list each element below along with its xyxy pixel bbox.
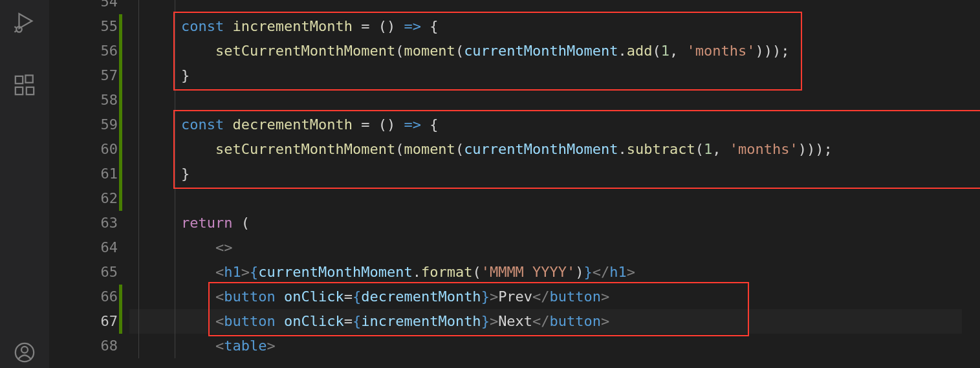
line-number: 55 [49,14,118,39]
code-line[interactable]: return ( [129,211,980,235]
code-line[interactable] [129,186,980,211]
line-number: 54 [49,0,118,14]
svg-rect-7 [25,75,32,82]
code-area[interactable]: const incrementMonth = () => { setCurren… [129,0,980,358]
svg-rect-5 [16,87,23,94]
accounts-icon[interactable] [9,337,40,368]
line-number: 57 [49,63,118,88]
line-number: 62 [49,186,118,211]
minimap[interactable] [962,0,980,368]
line-number: 68 [49,334,118,358]
run-and-debug-icon[interactable] [9,6,40,38]
code-line[interactable]: <button onClick={incrementMonth}>Next</b… [129,309,980,334]
line-number: 58 [49,88,118,113]
svg-marker-0 [19,14,32,28]
extensions-icon[interactable] [9,70,40,101]
line-number: 65 [49,260,118,285]
code-line[interactable] [129,88,980,113]
line-number: 60 [49,137,118,162]
code-line[interactable]: const decrementMonth = () => { [129,113,980,137]
code-line[interactable]: const incrementMonth = () => { [129,14,980,39]
line-number-gutter: 545556575859606162636465666768 [49,0,127,358]
code-line[interactable]: <button onClick={decrementMonth}>Prev</b… [129,285,980,309]
code-line[interactable]: setCurrentMonthMoment(moment(currentMont… [129,137,980,162]
line-number: 61 [49,162,118,186]
svg-rect-4 [16,76,23,83]
line-number: 59 [49,113,118,137]
line-number: 63 [49,211,118,235]
line-number: 56 [49,39,118,63]
code-line[interactable]: <h1>{currentMonthMoment.format('MMMM YYY… [129,260,980,285]
svg-point-9 [21,347,28,353]
line-number: 64 [49,235,118,260]
code-editor[interactable]: 545556575859606162636465666768 const inc… [49,0,980,368]
code-line[interactable]: <> [129,235,980,260]
code-line[interactable]: } [129,63,980,88]
code-line[interactable]: setCurrentMonthMoment(moment(currentMont… [129,39,980,63]
code-line[interactable]: <table> [129,334,980,358]
activity-bar [0,0,49,368]
code-line[interactable] [129,0,980,14]
code-line[interactable]: } [129,162,980,186]
line-number: 67 [49,309,118,334]
svg-rect-6 [27,87,34,94]
line-number: 66 [49,285,118,309]
